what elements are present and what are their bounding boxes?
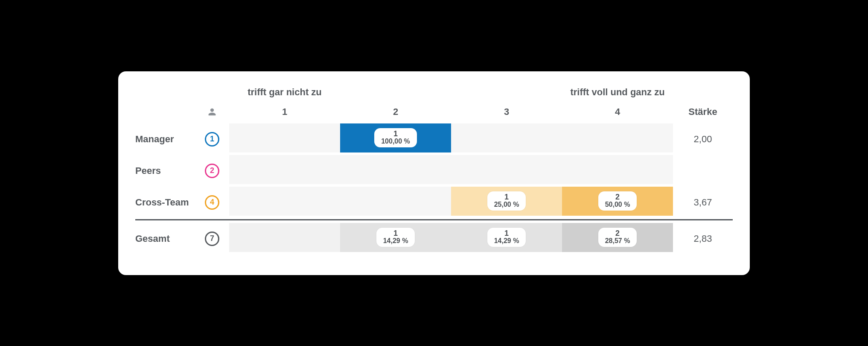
value-pill: 125,00 % — [487, 191, 526, 211]
scale-high-label: trifft voll und ganz zu — [562, 87, 673, 98]
dist-cell-1 — [229, 155, 340, 184]
dist-cell-1 — [229, 123, 340, 152]
value-percent: 28,57 % — [605, 238, 630, 245]
value-percent: 50,00 % — [605, 201, 630, 208]
count-badge: 7 — [205, 232, 219, 246]
col-header-2: 2 — [340, 100, 451, 123]
row-label: Cross-Team — [135, 192, 195, 213]
value-count: 1 — [383, 229, 408, 238]
row-count-badge: 7 — [195, 232, 229, 246]
row-label: Gesamt — [135, 228, 195, 249]
dist-cell-4 — [562, 155, 673, 184]
value-pill: 114,29 % — [487, 228, 526, 247]
value-pill: 1100,00 % — [374, 128, 417, 148]
rows-container: Manager11100,00 %2,00Peers2Cross-Team412… — [135, 123, 733, 255]
dist-cell-2 — [340, 155, 451, 184]
count-badge: 1 — [205, 132, 219, 147]
strength-header: Stärke — [673, 106, 733, 117]
dist-cell-3: 114,29 % — [451, 223, 562, 252]
dist-cell-4: 250,00 % — [562, 187, 673, 216]
value-percent: 14,29 % — [383, 238, 408, 245]
value-count: 1 — [381, 130, 410, 138]
value-count: 2 — [605, 229, 630, 238]
value-percent: 14,29 % — [494, 238, 519, 245]
strength-value: 3,67 — [673, 197, 733, 208]
value-count: 1 — [494, 229, 519, 238]
value-count: 1 — [494, 193, 519, 201]
value-count: 2 — [605, 193, 630, 201]
dist-cell-3 — [451, 123, 562, 152]
value-pill: 250,00 % — [598, 191, 637, 211]
header-row: 1 2 3 4 Stärke — [135, 100, 733, 123]
feedback-distribution-card: trifft gar nicht zu trifft voll und ganz… — [118, 71, 750, 275]
dist-cell-4 — [562, 123, 673, 152]
count-badge: 4 — [205, 195, 219, 210]
row-count-badge: 1 — [195, 132, 229, 147]
scale-low-label: trifft gar nicht zu — [229, 87, 340, 98]
col-header-3: 3 — [451, 100, 562, 123]
dist-cell-4: 228,57 % — [562, 223, 673, 252]
dist-cell-1 — [229, 187, 340, 216]
strength-value: 2,83 — [673, 233, 733, 244]
count-badge: 2 — [205, 164, 219, 178]
dist-cell-2: 1100,00 % — [340, 123, 451, 152]
row-label: Peers — [135, 160, 195, 182]
dist-cell-2: 114,29 % — [340, 223, 451, 252]
col-header-1: 1 — [229, 100, 340, 123]
row-label: Manager — [135, 129, 195, 150]
value-percent: 25,00 % — [494, 201, 519, 208]
person-icon — [195, 108, 229, 116]
dist-cell-1 — [229, 223, 340, 252]
col-header-4: 4 — [562, 100, 673, 123]
dist-cell-3 — [451, 155, 562, 184]
scale-label-row: trifft gar nicht zu trifft voll und ganz… — [135, 87, 733, 98]
dist-cell-3: 125,00 % — [451, 187, 562, 216]
value-pill: 114,29 % — [376, 228, 415, 247]
row-count-badge: 2 — [195, 164, 229, 178]
dist-cell-2 — [340, 187, 451, 216]
total-divider — [135, 219, 733, 220]
row-count-badge: 4 — [195, 195, 229, 210]
value-pill: 228,57 % — [598, 228, 637, 247]
strength-value: 2,00 — [673, 134, 733, 145]
value-percent: 100,00 % — [381, 138, 410, 145]
